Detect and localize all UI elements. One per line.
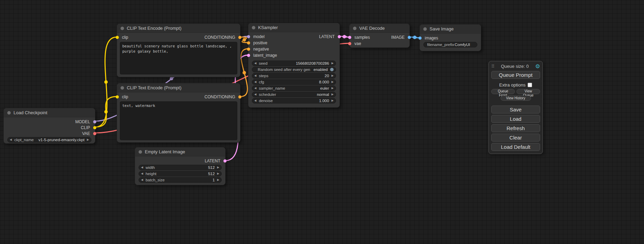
- output-port-image[interactable]: [408, 36, 411, 39]
- widget-scheduler[interactable]: ◀ scheduler normal ▶: [252, 92, 336, 97]
- widget-denoise[interactable]: ◀ denoise 1.000 ▶: [252, 98, 336, 103]
- increment-arrow-icon[interactable]: ▶: [217, 179, 219, 181]
- node-clip-text-encode-positive[interactable]: CLIP Text Encode (Prompt) clip CONDITION…: [117, 24, 240, 77]
- increment-arrow-icon[interactable]: ▶: [87, 138, 89, 141]
- decrement-arrow-icon[interactable]: ◀: [254, 81, 256, 83]
- collapse-dot-icon[interactable]: [139, 150, 142, 154]
- input-port-negative[interactable]: [247, 48, 250, 51]
- positive-prompt-textarea[interactable]: beautiful scenery nature glass bottle la…: [120, 42, 237, 74]
- increment-arrow-icon[interactable]: ▶: [332, 74, 334, 77]
- increment-arrow-icon[interactable]: ▶: [332, 87, 334, 90]
- output-port-conditioning[interactable]: [238, 36, 241, 39]
- node-empty-latent-image[interactable]: Empty Latent Image LATENT ◀ width 512 ▶ …: [135, 147, 226, 185]
- input-port-clip[interactable]: [116, 36, 119, 39]
- node-title-bar[interactable]: Load Checkpoint: [4, 108, 95, 117]
- input-port-images[interactable]: [418, 37, 422, 40]
- queue-front-button[interactable]: Queue Front: [491, 89, 515, 94]
- collapse-dot-icon[interactable]: [252, 26, 255, 29]
- wire-midpoint-dot: [242, 38, 246, 42]
- input-port-positive[interactable]: [247, 42, 250, 45]
- input-port-clip[interactable]: [116, 96, 119, 99]
- slot-row: images: [420, 35, 481, 41]
- collapse-dot-icon[interactable]: [423, 27, 427, 31]
- drag-handle-icon[interactable]: ⠿: [491, 64, 495, 69]
- view-queue-button[interactable]: View Queue: [517, 89, 540, 94]
- input-label: negative: [253, 47, 269, 52]
- node-clip-text-encode-negative[interactable]: CLIP Text Encode (Prompt) clip CONDITION…: [117, 83, 240, 143]
- decrement-arrow-icon[interactable]: ◀: [254, 87, 256, 90]
- decrement-arrow-icon[interactable]: ◀: [141, 166, 143, 169]
- queue-prompt-button[interactable]: Queue Prompt: [491, 71, 540, 79]
- output-port-clip[interactable]: [93, 126, 96, 129]
- node-title: Empty Latent Image: [145, 149, 185, 154]
- collapse-dot-icon[interactable]: [121, 86, 124, 90]
- increment-arrow-icon[interactable]: ▶: [217, 166, 219, 169]
- decrement-arrow-icon[interactable]: ◀: [254, 93, 256, 96]
- output-label: LATENT: [205, 159, 220, 163]
- collapse-dot-icon[interactable]: [353, 27, 356, 30]
- node-title-bar[interactable]: CLIP Text Encode (Prompt): [117, 83, 240, 92]
- view-history-button[interactable]: View History: [501, 96, 531, 101]
- decrement-arrow-icon[interactable]: ◀: [141, 179, 143, 181]
- increment-arrow-icon[interactable]: ▶: [217, 172, 219, 175]
- input-port-samples[interactable]: [348, 36, 351, 39]
- settings-gear-icon[interactable]: ⚙: [535, 64, 540, 69]
- output-port-latent[interactable]: [223, 160, 227, 163]
- collapse-dot-icon[interactable]: [121, 27, 124, 30]
- decrement-arrow-icon[interactable]: ◀: [10, 138, 12, 141]
- widget-value: ComfyUI: [455, 43, 470, 47]
- increment-arrow-icon[interactable]: ▶: [332, 93, 334, 96]
- widget-label: width: [145, 165, 155, 170]
- input-port-latent-image[interactable]: [247, 54, 250, 57]
- negative-prompt-textarea[interactable]: text, watermark: [120, 101, 237, 140]
- output-port-vae[interactable]: [93, 132, 96, 135]
- decrement-arrow-icon[interactable]: ◀: [254, 62, 256, 65]
- output-label: CONDITIONING: [204, 94, 235, 99]
- node-title-bar[interactable]: VAE Decode: [350, 24, 409, 33]
- node-title-bar[interactable]: KSampler: [248, 23, 339, 32]
- node-title-bar[interactable]: Empty Latent Image: [135, 147, 225, 156]
- node-load-checkpoint[interactable]: Load Checkpoint MODEL CLIP VAE ◀ ckpt_na…: [3, 108, 95, 144]
- decrement-arrow-icon[interactable]: ◀: [254, 99, 256, 102]
- node-ksampler[interactable]: KSampler model LATENT positive negative …: [248, 23, 340, 108]
- node-title-bar[interactable]: Save Image: [420, 25, 481, 34]
- output-label: CONDITIONING: [204, 35, 235, 40]
- increment-arrow-icon[interactable]: ▶: [332, 81, 334, 83]
- widget-batch-size[interactable]: ◀ batch_size 1 ▶: [139, 177, 222, 183]
- widget-ckpt-name[interactable]: ◀ ckpt_name v1-5-pruned-emaonly.ckpt ▶: [7, 137, 91, 143]
- input-label: clip: [122, 35, 128, 40]
- widget-steps[interactable]: ◀ steps 20 ▶: [252, 73, 336, 79]
- extra-options-checkbox[interactable]: [528, 83, 532, 87]
- load-default-button[interactable]: Load Default: [491, 143, 540, 151]
- decrement-arrow-icon[interactable]: ◀: [254, 74, 256, 77]
- output-port-model[interactable]: [93, 120, 96, 123]
- output-port-latent[interactable]: [338, 35, 341, 38]
- input-port-model[interactable]: [247, 35, 250, 38]
- input-label: model: [253, 34, 265, 39]
- load-button[interactable]: Load: [491, 115, 540, 123]
- node-graph-canvas[interactable]: Load Checkpoint MODEL CLIP VAE ◀ ckpt_na…: [0, 0, 644, 244]
- collapse-dot-icon[interactable]: [7, 111, 11, 115]
- decrement-arrow-icon[interactable]: ◀: [141, 172, 143, 175]
- toggle-dot-icon[interactable]: [330, 68, 334, 71]
- increment-arrow-icon[interactable]: ▶: [332, 99, 334, 102]
- node-title-bar[interactable]: CLIP Text Encode (Prompt): [117, 24, 240, 33]
- node-vae-decode[interactable]: VAE Decode samples IMAGE vae: [349, 24, 410, 48]
- refresh-button[interactable]: Refresh: [491, 124, 540, 132]
- widget-filename-prefix[interactable]: filename_prefix ComfyUI: [423, 42, 477, 47]
- widget-width[interactable]: ◀ width 512 ▶: [139, 165, 222, 170]
- input-port-vae[interactable]: [348, 42, 351, 45]
- save-button[interactable]: Save: [491, 106, 540, 114]
- widget-label: denoise: [259, 99, 273, 103]
- widget-cfg[interactable]: ◀ cfg 8.000 ▶: [252, 79, 336, 85]
- widget-value: 1.000: [319, 99, 329, 103]
- widget-random-seed-toggle[interactable]: Random seed after every gen enabled: [252, 67, 336, 72]
- widget-height[interactable]: ◀ height 512 ▶: [139, 171, 222, 177]
- widget-seed[interactable]: ◀ seed 156680208700286 ▶: [252, 61, 336, 66]
- clear-button[interactable]: Clear: [491, 134, 540, 142]
- input-label: clip: [122, 94, 128, 99]
- node-save-image[interactable]: Save Image images filename_prefix ComfyU…: [420, 24, 481, 51]
- widget-sampler-name[interactable]: ◀ sampler_name euler ▶: [252, 85, 336, 91]
- output-port-conditioning[interactable]: [238, 96, 241, 99]
- increment-arrow-icon[interactable]: ▶: [332, 62, 334, 65]
